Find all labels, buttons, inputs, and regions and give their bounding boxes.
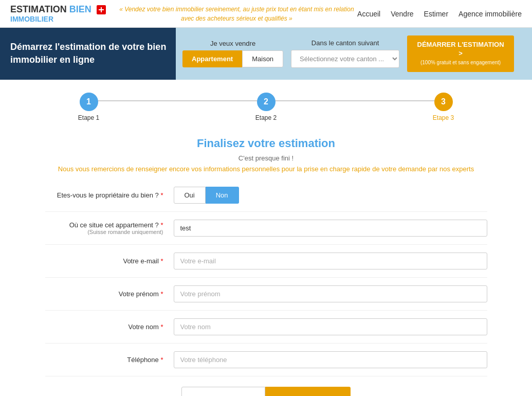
prev-button[interactable]: < Précédent (181, 387, 265, 396)
prenom-row: Votre prénom * (45, 285, 487, 311)
nom-row: Votre nom * (45, 318, 487, 344)
banner-title: Démarrez l'estimation de votre bien immo… (10, 41, 175, 66)
step-3: 3 Etape 3 (355, 93, 532, 121)
swiss-flag-icon (97, 5, 106, 14)
location-row: Où ce situe cet appartement ? * (Suisse … (45, 220, 487, 245)
main-content: Finalisez votre estimation C'est presque… (35, 127, 498, 396)
telephone-input[interactable] (174, 351, 487, 368)
location-control (174, 220, 487, 237)
canton-select[interactable]: Sélectionnez votre canton ... (291, 50, 399, 68)
owner-radio-group: Oui Non (174, 187, 487, 204)
step-3-circle: 3 (434, 93, 453, 111)
form-actions: < Précédent ENVOYER > (45, 387, 487, 396)
form-subtitle: C'est presque fini ! (45, 154, 487, 162)
submit-button[interactable]: ENVOYER > (265, 387, 351, 396)
step-2: 2 Etape 2 (177, 93, 355, 121)
nom-control (174, 318, 487, 335)
nom-input[interactable] (174, 318, 487, 335)
step-2-label: Etape 2 (255, 114, 277, 121)
step-1-label: Etape 1 (78, 114, 99, 121)
owner-non-button[interactable]: Non (206, 187, 239, 204)
start-estimation-button[interactable]: DÉMARRER L'ESTIMATION > (100% gratuit et… (407, 35, 514, 72)
telephone-label: Téléphone * (45, 356, 174, 364)
nav-estimer[interactable]: Estimer (424, 10, 448, 18)
step-3-label: Etape 3 (433, 114, 454, 121)
prenom-input[interactable] (174, 285, 487, 302)
appartement-button[interactable]: Appartement (182, 50, 242, 67)
telephone-row: Téléphone * (45, 351, 487, 376)
step-1-circle: 1 (80, 93, 98, 111)
nom-label: Votre nom * (45, 323, 174, 331)
location-label: Où ce situe cet appartement ? * (Suisse … (45, 221, 174, 235)
owner-oui-button[interactable]: Oui (174, 187, 206, 204)
step-2-circle: 2 (257, 93, 276, 111)
nav-vendre[interactable]: Vendre (391, 10, 413, 18)
banner: Démarrez l'estimation de votre bien immo… (0, 28, 532, 80)
nav-agence[interactable]: Agence immobilière (458, 10, 522, 18)
owner-label: Etes-vous le propriétaire du bien ? * (45, 191, 174, 199)
prenom-control (174, 285, 487, 302)
logo-line2: IMMOBILIER (10, 15, 53, 23)
form-description: Nous vous remercions de renseigner encor… (45, 164, 487, 174)
step-1: 1 Etape 1 (0, 93, 177, 121)
sell-label: Je veux vendre (210, 40, 255, 47)
nav-accueil[interactable]: Accueil (357, 10, 380, 18)
email-control (174, 253, 487, 269)
header-tagline: « Vendez votre bien immobilier sereineme… (116, 5, 357, 23)
email-label: Votre e-mail * (45, 257, 174, 265)
owner-row: Etes-vous le propriétaire du bien ? * Ou… (45, 187, 487, 212)
sell-section: Je veux vendre Appartement Maison (182, 40, 283, 67)
telephone-control (174, 351, 487, 368)
canton-section: Dans le canton suivant Sélectionnez votr… (291, 39, 399, 68)
steps-container: 1 Etape 1 2 Etape 2 3 Etape 3 (0, 80, 532, 127)
banner-form: Je veux vendre Appartement Maison Dans l… (175, 35, 522, 72)
header: ESTIMATION BIEN IMMOBILIER « Vendez votr… (0, 0, 532, 28)
email-row: Votre e-mail * (45, 253, 487, 278)
email-input[interactable] (174, 253, 487, 269)
property-type-buttons: Appartement Maison (182, 50, 283, 67)
form-title: Finalisez votre estimation (45, 137, 487, 150)
logo: ESTIMATION BIEN IMMOBILIER (10, 4, 106, 23)
canton-label: Dans le canton suivant (311, 39, 379, 47)
location-input[interactable] (174, 220, 487, 237)
logo-line1: ESTIMATION BIEN (10, 4, 106, 15)
header-nav: Accueil Vendre Estimer Agence immobilièr… (357, 10, 522, 18)
maison-button[interactable]: Maison (242, 50, 283, 67)
prenom-label: Votre prénom * (45, 290, 174, 298)
owner-controls: Oui Non (174, 187, 487, 204)
